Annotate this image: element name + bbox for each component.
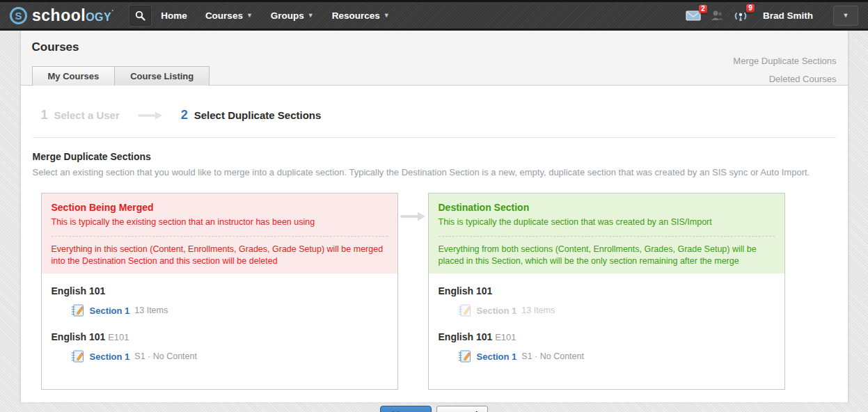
account-dropdown-button[interactable]: ▼: [833, 6, 858, 26]
schoology-wordmark: schoology·: [32, 6, 114, 25]
source-panel: Section Being Merged This is typically t…: [41, 193, 398, 390]
top-navbar: S schoology· Home Courses▼ Groups▼ Resou…: [0, 0, 868, 31]
page-header: Courses Merge Duplicate Sections Deleted…: [21, 31, 848, 86]
notifications-badge: 9: [746, 4, 755, 13]
destination-panel-title: Destination Section: [439, 201, 775, 214]
course-name: English 101: [439, 331, 493, 342]
course-notebook-icon: [71, 304, 85, 317]
section-row: Section 1 S1 · No Content: [458, 350, 775, 363]
nav-item-resources[interactable]: Resources▼: [332, 10, 390, 21]
step-indicator: 1 Select a User 2 Select Duplicate Secti…: [41, 108, 836, 122]
content-column: Courses Merge Duplicate Sections Deleted…: [20, 31, 849, 402]
merge-duplicate-sections-link[interactable]: Merge Duplicate Sections: [733, 52, 836, 70]
course-name: English 101: [52, 331, 106, 342]
course-item: English 101 E101: [439, 331, 775, 363]
page-title: Courses: [32, 40, 837, 54]
merge-section-heading: Merge Duplicate Sections: [33, 151, 836, 162]
people-icon: [710, 10, 724, 21]
section-meta: S1 · No Content: [134, 351, 197, 361]
section-row: Section 1 13 Items: [71, 304, 388, 317]
schoology-s-icon: S: [10, 7, 27, 24]
chevron-down-icon: ▼: [843, 12, 849, 19]
user-name[interactable]: Brad Smith: [763, 10, 813, 21]
merge-panels: Section Being Merged This is typically t…: [41, 193, 836, 390]
section-link[interactable]: Section 1: [477, 351, 517, 362]
section-meta: 13 Items: [134, 306, 168, 315]
course-item: English 101: [439, 285, 775, 317]
step-1: 1 Select a User: [41, 108, 120, 122]
step-arrow-icon: [138, 111, 163, 120]
course-code: E101: [108, 332, 129, 342]
nav-item-courses[interactable]: Courses▼: [205, 10, 253, 21]
connections-button[interactable]: [710, 10, 724, 21]
chevron-down-icon: ▼: [308, 12, 314, 19]
section-row-disabled: Section 1 13 Items: [458, 304, 775, 317]
chevron-down-icon: ▼: [246, 12, 253, 19]
course-notebook-icon: [458, 304, 472, 317]
course-name: English 101: [52, 285, 106, 296]
step-2: 2 Select Duplicate Sections: [181, 108, 322, 122]
merge-direction-arrow-icon: [400, 211, 426, 222]
source-panel-header: Section Being Merged This is typically t…: [42, 193, 397, 274]
source-panel-subtitle: This is typically the existing section t…: [52, 216, 388, 228]
schoology-logo[interactable]: S schoology·: [10, 6, 114, 25]
course-notebook-icon: [71, 350, 85, 363]
course-code: E101: [495, 332, 516, 342]
messages-badge: 2: [699, 5, 707, 13]
section-meta: S1 · No Content: [521, 351, 584, 361]
destination-panel-body: English 101: [429, 274, 784, 389]
messages-button[interactable]: 2: [686, 10, 701, 21]
notifications-button[interactable]: 9: [733, 10, 748, 22]
deleted-courses-link[interactable]: Deleted Courses: [733, 70, 836, 88]
course-tabs: My Courses Course Listing: [32, 66, 210, 86]
destination-panel-note: Everything from both sections (Content, …: [439, 244, 775, 267]
main-navigation: Home Courses▼ Groups▼ Resources▼: [161, 10, 389, 21]
section-meta: 13 Items: [521, 306, 555, 315]
nav-item-home[interactable]: Home: [161, 10, 187, 21]
cancel-button[interactable]: Cancel: [436, 406, 488, 412]
merge-section-description: Select an existing section that you woul…: [33, 167, 836, 177]
destination-panel: Destination Section This is typically th…: [428, 193, 785, 390]
section-link: Section 1: [477, 306, 517, 316]
destination-panel-subtitle: This is typically the duplicate section …: [439, 216, 775, 228]
search-icon: [135, 10, 145, 21]
main-area: 1 Select a User 2 Select Duplicate Secti…: [21, 108, 848, 412]
section-link[interactable]: Section 1: [90, 306, 130, 316]
header-links: Merge Duplicate Sections Deleted Courses: [733, 52, 836, 88]
dashed-divider: [439, 236, 775, 237]
nav-item-groups[interactable]: Groups▼: [271, 10, 314, 21]
source-panel-body: English 101: [42, 274, 397, 389]
destination-panel-header: Destination Section This is typically th…: [429, 193, 784, 274]
search-button[interactable]: [129, 6, 151, 26]
course-notebook-icon: [458, 350, 472, 363]
panel-gap: [398, 193, 428, 390]
course-item: English 101: [52, 285, 388, 317]
chevron-down-icon: ▼: [384, 12, 390, 19]
tab-my-courses[interactable]: My Courses: [32, 66, 116, 86]
merge-button[interactable]: Merge: [380, 406, 431, 412]
section-link[interactable]: Section 1: [90, 351, 130, 362]
source-panel-title: Section Being Merged: [52, 201, 388, 214]
tab-course-listing[interactable]: Course Listing: [115, 66, 210, 86]
course-name: English 101: [439, 285, 493, 296]
dashed-divider: [52, 236, 388, 237]
divider: [33, 137, 836, 138]
course-item: English 101 E101: [52, 331, 388, 363]
source-panel-note: Everything in this section (Content, Enr…: [52, 244, 388, 267]
section-row: Section 1 S1 · No Content: [71, 350, 388, 363]
action-buttons: Merge Cancel: [33, 406, 836, 412]
